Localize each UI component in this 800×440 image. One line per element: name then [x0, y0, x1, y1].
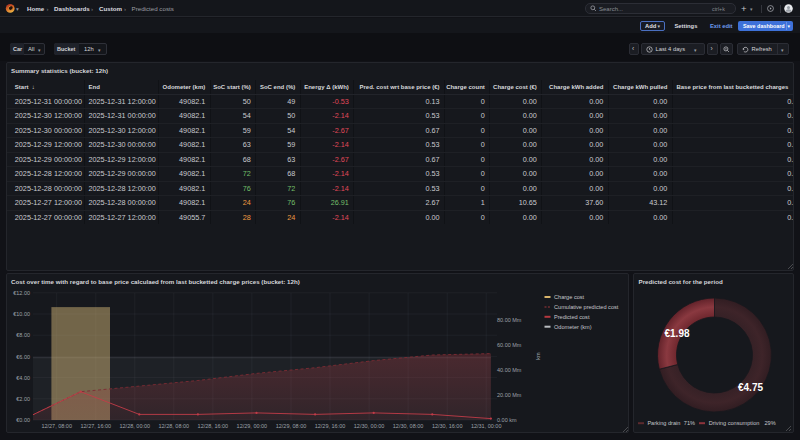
svg-text:12/29, 16:00: 12/29, 16:00 — [315, 423, 346, 429]
svg-text:Cumulative predicted cost: Cumulative predicted cost — [554, 304, 619, 310]
svg-text:12/28, 08:00: 12/28, 08:00 — [159, 423, 190, 429]
svg-text:12/31, 00:00: 12/31, 00:00 — [471, 423, 502, 429]
svg-text:€8.00: €8.00 — [16, 332, 30, 338]
svg-text:0.00 km: 0.00 km — [497, 417, 517, 423]
svg-text:60.00 Mm: 60.00 Mm — [497, 342, 522, 348]
svg-text:20.00 Mm: 20.00 Mm — [497, 392, 522, 398]
svg-text:km: km — [535, 352, 541, 360]
svg-text:€4.75: €4.75 — [738, 382, 763, 393]
svg-text:Parking drain: Parking drain — [647, 420, 680, 426]
svg-text:71%: 71% — [684, 420, 695, 426]
svg-text:Predicted cost: Predicted cost — [554, 314, 590, 320]
svg-text:€0.00: €0.00 — [16, 417, 30, 423]
svg-text:Charge cost: Charge cost — [554, 294, 585, 300]
svg-text:12/30, 00:00: 12/30, 00:00 — [354, 423, 385, 429]
svg-text:€4.00: €4.00 — [16, 375, 30, 381]
svg-text:€10.00: €10.00 — [13, 311, 30, 317]
svg-text:12/27, 16:00: 12/27, 16:00 — [81, 423, 112, 429]
svg-text:12/29, 00:00: 12/29, 00:00 — [237, 423, 268, 429]
svg-text:€2.00: €2.00 — [16, 396, 30, 402]
svg-text:12/29, 08:00: 12/29, 08:00 — [276, 423, 307, 429]
svg-text:80.00 Mm: 80.00 Mm — [497, 317, 522, 323]
svg-text:12/30, 08:00: 12/30, 08:00 — [393, 423, 424, 429]
svg-text:29%: 29% — [765, 420, 776, 426]
svg-text:€12.00: €12.00 — [13, 290, 30, 296]
svg-text:12/28, 00:00: 12/28, 00:00 — [120, 423, 151, 429]
svg-text:€6.00: €6.00 — [16, 354, 30, 360]
svg-text:40.00 Mm: 40.00 Mm — [497, 367, 522, 373]
svg-text:12/30, 16:00: 12/30, 16:00 — [432, 423, 463, 429]
svg-text:12/28, 16:00: 12/28, 16:00 — [198, 423, 229, 429]
svg-text:Driving consumption: Driving consumption — [709, 420, 760, 426]
svg-text:Odometer (km): Odometer (km) — [554, 324, 592, 330]
svg-text:12/27, 08:00: 12/27, 08:00 — [41, 423, 72, 429]
svg-text:€1.98: €1.98 — [665, 328, 690, 339]
